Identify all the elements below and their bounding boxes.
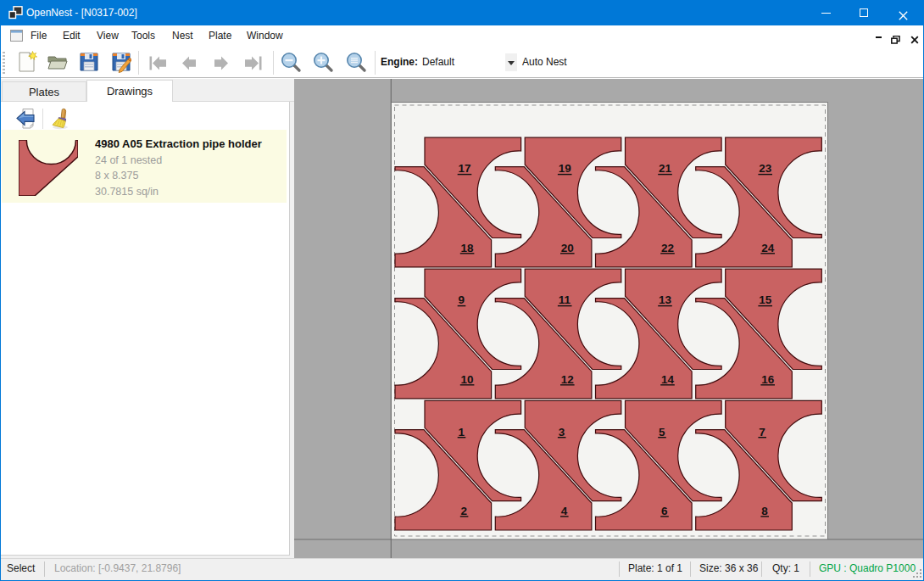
svg-text:15: 15: [759, 293, 772, 306]
svg-text:4: 4: [561, 505, 568, 517]
svg-text:19: 19: [559, 162, 571, 175]
svg-text:5: 5: [659, 426, 665, 439]
svg-text:21: 21: [659, 162, 672, 175]
svg-text:7: 7: [759, 426, 765, 439]
svg-text:24: 24: [761, 242, 775, 254]
svg-text:20: 20: [561, 242, 574, 254]
svg-text:17: 17: [459, 162, 471, 175]
svg-text:9: 9: [459, 293, 465, 306]
svg-text:11: 11: [559, 293, 571, 306]
svg-text:13: 13: [659, 293, 672, 306]
svg-text:12: 12: [561, 373, 574, 386]
svg-text:2: 2: [461, 505, 468, 517]
svg-text:8: 8: [761, 505, 768, 517]
svg-text:14: 14: [661, 373, 675, 386]
svg-text:18: 18: [461, 242, 475, 254]
svg-text:3: 3: [559, 426, 565, 439]
svg-text:22: 22: [661, 242, 674, 254]
svg-text:6: 6: [661, 505, 668, 517]
svg-text:23: 23: [759, 162, 772, 175]
svg-text:10: 10: [461, 373, 474, 386]
svg-text:16: 16: [761, 373, 775, 386]
svg-text:1: 1: [459, 426, 465, 439]
